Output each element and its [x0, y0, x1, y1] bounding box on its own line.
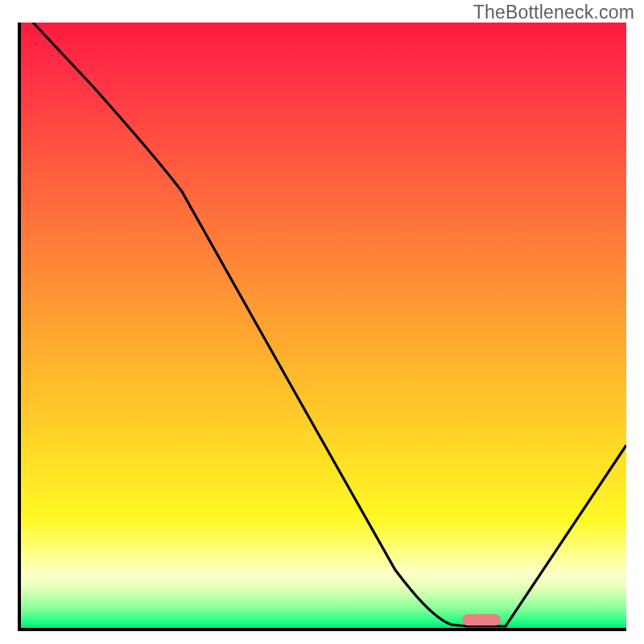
bottleneck-curve	[21, 23, 626, 628]
watermark-text: TheBottleneck.com	[473, 2, 634, 23]
minimum-marker	[462, 614, 501, 625]
curve-path	[33, 23, 626, 626]
plot-area	[18, 23, 626, 631]
chart-container: TheBottleneck.com	[0, 0, 644, 644]
